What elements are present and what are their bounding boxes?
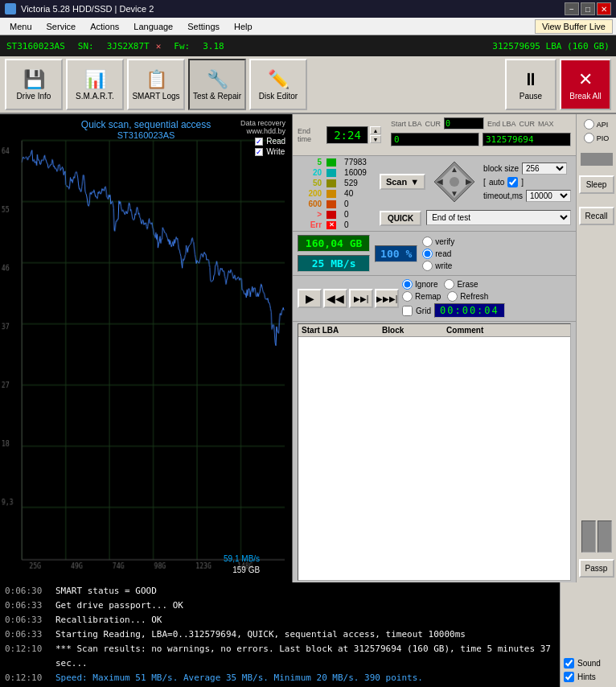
start-lba-label: Start LBA bbox=[391, 120, 422, 128]
block-row-600: 600 0 bbox=[298, 200, 367, 208]
disk-editor-button[interactable]: ✏️ Disk Editor bbox=[249, 59, 307, 110]
block-row-50: 50 529 bbox=[298, 179, 367, 187]
view-buffer-button[interactable]: View Buffer Live bbox=[535, 19, 613, 34]
grid-row: Grid 00:00:04 bbox=[402, 303, 571, 318]
col-comment: Comment bbox=[446, 326, 567, 335]
hints-checkbox[interactable] bbox=[564, 672, 574, 682]
recall-button[interactable]: Recall bbox=[579, 207, 614, 225]
timeout-select[interactable]: 10000 bbox=[526, 190, 571, 202]
pause-icon: ⏸ bbox=[522, 69, 540, 90]
start-lba-input[interactable] bbox=[391, 133, 479, 146]
block-size-select[interactable]: 256 bbox=[522, 162, 567, 175]
break-all-button[interactable]: ✕ Break All bbox=[560, 59, 611, 110]
menu-language[interactable]: Language bbox=[127, 20, 179, 33]
verify-radio-input[interactable] bbox=[422, 237, 433, 247]
erase-radio-input[interactable] bbox=[444, 279, 454, 290]
block-values-section: 5 77983 20 16009 50 bbox=[293, 156, 576, 232]
slider-right[interactable] bbox=[598, 520, 612, 553]
menu-service[interactable]: Service bbox=[40, 20, 83, 33]
quick-button[interactable]: QUICK bbox=[380, 211, 421, 226]
title-bar: Victoria 5.28 HDD/SSD | Device 2 − □ ✕ bbox=[0, 0, 616, 18]
menu-actions[interactable]: Actions bbox=[84, 20, 125, 33]
auto-bracket-label: [ bbox=[483, 178, 486, 187]
drive-info-button[interactable]: 💾 Drive Info bbox=[5, 59, 63, 110]
time-input[interactable] bbox=[326, 126, 368, 144]
remap-label: Remap bbox=[415, 292, 441, 301]
break-label: Break All bbox=[569, 92, 601, 101]
minimize-button[interactable]: − bbox=[565, 2, 579, 15]
action-row: ▶ ◀◀ ▶▶| ▶▶▶| Ignore bbox=[293, 276, 576, 322]
ignore-radio[interactable]: Ignore bbox=[402, 279, 437, 290]
test-repair-icon: 🔧 bbox=[207, 69, 228, 90]
read-radio-input[interactable] bbox=[422, 249, 433, 259]
log-content: 0:06:30SMART status = GOOD0:06:33Get dri… bbox=[0, 582, 560, 687]
log-timestamp: 0:06:33 bbox=[5, 599, 49, 613]
write-radio[interactable]: write bbox=[422, 261, 454, 271]
back-button[interactable]: ◀◀ bbox=[323, 289, 347, 308]
end-lba-input[interactable] bbox=[483, 133, 571, 146]
max-label: MAX bbox=[538, 120, 554, 128]
svg-text:▼: ▼ bbox=[450, 189, 458, 198]
smart-logs-button[interactable]: 📋 SMART Logs bbox=[127, 59, 185, 110]
time-lba-row: End time ▲ ▼ Start LBA CUR bbox=[293, 114, 576, 156]
svg-text:▲: ▲ bbox=[450, 165, 458, 174]
hints-checkbox-item[interactable]: Hints bbox=[564, 672, 613, 682]
toolbar: 💾 Drive Info 📊 S.M.A.R.T. 📋 SMART Logs 🔧… bbox=[0, 56, 616, 114]
main-content: Quick scan, sequential access ST3160023A… bbox=[0, 114, 616, 687]
remap-radio[interactable]: Remap bbox=[402, 291, 441, 302]
log-line: 0:12:10Speed: Maximum 51 MB/s. Average 3… bbox=[5, 671, 555, 685]
erase-radio[interactable]: Erase bbox=[444, 279, 478, 290]
graph-url: Data recovery www.hdd.by bbox=[240, 119, 285, 135]
api-radio[interactable]: API bbox=[584, 119, 610, 130]
menu-menu[interactable]: Menu bbox=[3, 20, 39, 33]
read-radio[interactable]: read bbox=[422, 249, 454, 259]
write-checkbox[interactable]: ✓ bbox=[255, 148, 263, 156]
verify-radio[interactable]: verify bbox=[422, 237, 454, 247]
scan-dropdown-arrow: ▼ bbox=[410, 177, 419, 187]
api-radio-input[interactable] bbox=[584, 119, 594, 130]
skip-end-button[interactable]: ▶▶| bbox=[349, 289, 373, 308]
scan-mode-group: verify read write bbox=[422, 237, 454, 271]
block-label-gt: > bbox=[298, 210, 322, 219]
window-title: Victoria 5.28 HDD/SSD | Device 2 bbox=[21, 4, 154, 14]
block-bar-200 bbox=[326, 190, 336, 198]
drive-close-button[interactable]: ✕ bbox=[156, 41, 162, 51]
write-radio-input[interactable] bbox=[422, 261, 433, 271]
test-repair-button[interactable]: 🔧 Test & Repair bbox=[188, 59, 246, 110]
read-checkbox[interactable]: ✓ bbox=[255, 138, 263, 146]
pio-radio[interactable]: PIO bbox=[584, 133, 610, 143]
col-start-lba: Start LBA bbox=[302, 326, 382, 335]
sound-checkbox-item[interactable]: Sound bbox=[564, 658, 613, 668]
start-cur-input[interactable] bbox=[444, 117, 484, 130]
sleep-button[interactable]: Sleep bbox=[579, 175, 614, 194]
total-gb-display: 160,04 GB bbox=[298, 235, 370, 252]
end-button[interactable]: ▶▶▶| bbox=[375, 289, 399, 308]
ignore-radio-input[interactable] bbox=[402, 279, 413, 290]
time-down-button[interactable]: ▼ bbox=[370, 135, 381, 143]
maximize-button[interactable]: □ bbox=[581, 2, 595, 15]
drive-fw: 3.18 bbox=[203, 41, 224, 51]
read-radio-label: read bbox=[435, 249, 451, 258]
refresh-radio-input[interactable] bbox=[447, 291, 458, 302]
slider-left[interactable] bbox=[581, 520, 596, 553]
refresh-radio[interactable]: Refresh bbox=[447, 291, 488, 302]
smart-button[interactable]: 📊 S.M.A.R.T. bbox=[66, 59, 124, 110]
cur-label: CUR bbox=[425, 120, 441, 128]
time-up-button[interactable]: ▲ bbox=[370, 126, 381, 134]
close-button[interactable]: ✕ bbox=[597, 2, 611, 15]
pause-button[interactable]: ⏸ Pause bbox=[505, 59, 556, 110]
remap-radio-input[interactable] bbox=[402, 291, 413, 302]
drive-fw-label: Fw: bbox=[174, 41, 190, 51]
block-size-label: block size bbox=[483, 164, 519, 173]
scan-button[interactable]: Scan ▼ bbox=[380, 174, 425, 190]
grid-checkbox[interactable] bbox=[402, 306, 413, 316]
passp-button[interactable]: Passp bbox=[579, 559, 614, 578]
menu-settings[interactable]: Settings bbox=[181, 20, 226, 33]
auto-checkbox[interactable] bbox=[507, 177, 518, 187]
pio-radio-input[interactable] bbox=[584, 133, 594, 143]
play-button[interactable]: ▶ bbox=[298, 289, 322, 308]
grid-display: 00:00:04 bbox=[434, 303, 505, 318]
menu-help[interactable]: Help bbox=[228, 20, 259, 33]
end-of-test-select[interactable]: End of test bbox=[426, 210, 571, 225]
sound-checkbox[interactable] bbox=[564, 658, 574, 668]
